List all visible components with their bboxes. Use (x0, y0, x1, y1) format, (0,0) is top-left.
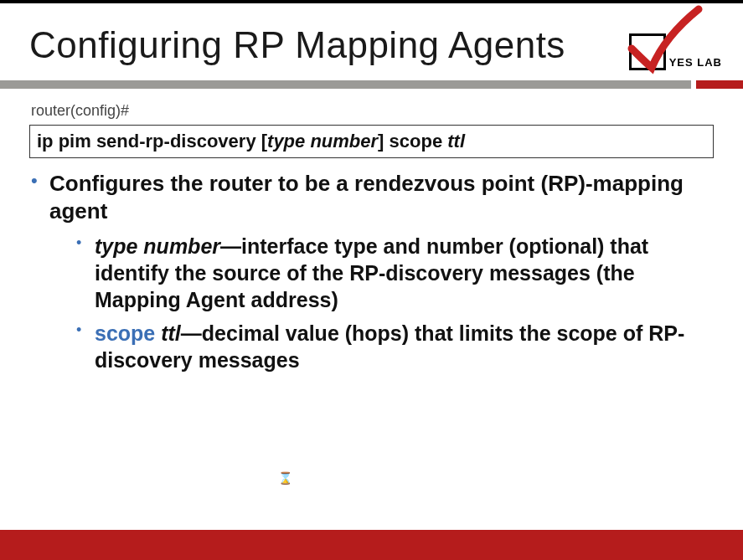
top-border (0, 0, 743, 3)
sub-bullet-list: type number—interface type and number (o… (49, 233, 714, 373)
cli-prompt: router(config)# (29, 102, 714, 120)
divider-bar (0, 80, 743, 89)
sub2-keyword-scope: scope (95, 321, 155, 345)
logo: YES LAB (629, 33, 722, 70)
slide-body: Configuring RP Mapping Agents YES LAB ro… (0, 0, 743, 373)
bullet-1-text: Configures the router to be a rendezvous… (49, 170, 714, 224)
cmd-arg-ttl: ttl (447, 131, 465, 152)
cmd-mid: ] scope (378, 131, 447, 152)
sub-bullet-1: type number—interface type and number (o… (95, 233, 714, 313)
bullet-item-1: Configures the router to be a rendezvous… (49, 170, 714, 373)
sub2-keyword-ttl: ttl (155, 321, 181, 345)
cmd-prefix: ip pim send-rp-discovery [ (37, 131, 267, 152)
sub-bullet-2: scope ttl—decimal value (hops) that limi… (95, 320, 714, 373)
command-syntax-box: ip pim send-rp-discovery [type number] s… (29, 125, 714, 158)
sub1-keyword: type number (95, 234, 220, 258)
footer-bar (0, 530, 743, 560)
slide-title: Configuring RP Mapping Agents (29, 25, 714, 65)
cmd-arg-type-number: type number (267, 131, 378, 152)
title-row: Configuring RP Mapping Agents YES LAB (29, 25, 714, 65)
logo-box (629, 33, 666, 70)
sub2-rest: —decimal value (hops) that limits the sc… (95, 321, 684, 372)
logo-text: YES LAB (669, 56, 722, 70)
bullet-list: Configures the router to be a rendezvous… (29, 170, 714, 373)
hourglass-cursor-icon: ⌛ (278, 471, 292, 485)
